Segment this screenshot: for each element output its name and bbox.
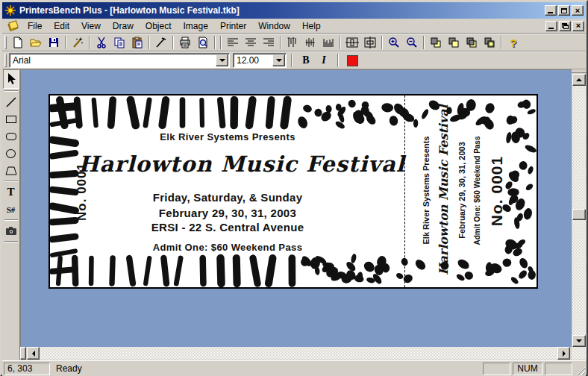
magic-wand-icon [72, 37, 84, 48]
align-right-button[interactable] [260, 34, 278, 51]
menu-draw[interactable]: Draw [107, 19, 140, 33]
menu-help[interactable]: Help [296, 19, 327, 33]
minimize-button[interactable] [545, 5, 557, 16]
app-window: PrintersBench Plus - [Harlowton Music Fe… [0, 0, 588, 376]
scroll-right-button[interactable] [557, 347, 570, 360]
pointer-tool-button[interactable] [152, 34, 170, 51]
rectangle-tool-button[interactable] [3, 110, 19, 128]
scroll-down-button[interactable] [572, 335, 586, 347]
stub-dates-text[interactable]: February 29, 30, 31, 2003 [457, 101, 466, 280]
scroll-up-button[interactable] [572, 74, 586, 86]
menu-edit[interactable]: Edit [48, 19, 75, 33]
stub-title-text[interactable]: Harlowton Music Festival [437, 101, 451, 280]
help-button[interactable]: ? [504, 34, 522, 51]
text-color-button[interactable] [343, 52, 361, 69]
save-button[interactable] [45, 34, 63, 51]
camera-icon [5, 226, 17, 236]
center-horizontal-button[interactable] [343, 34, 361, 51]
cut-button[interactable] [93, 34, 110, 51]
italic-button[interactable]: I [315, 52, 333, 69]
print-preview-button[interactable] [194, 34, 212, 51]
send-to-back-button[interactable] [445, 34, 463, 51]
text-tool-button[interactable]: T [3, 184, 19, 201]
image-tool-button[interactable] [3, 222, 19, 239]
new-button[interactable] [9, 34, 27, 51]
child-minimize-button[interactable] [545, 21, 557, 31]
font-size-dropdown-button[interactable] [272, 54, 285, 66]
font-name-dropdown-button[interactable] [216, 54, 228, 66]
align-center-button[interactable] [242, 34, 260, 51]
font-size-combobox[interactable]: 12.00 [233, 53, 287, 68]
toolbar-grip[interactable] [4, 54, 7, 67]
maximize-button[interactable] [558, 5, 570, 16]
italic-icon: I [322, 54, 325, 66]
polygon-tool-button[interactable] [3, 162, 19, 179]
valign-top-button[interactable] [284, 34, 301, 51]
close-button[interactable]: × [572, 5, 584, 16]
stub-presenter-text[interactable]: Elk River Systems Presents [422, 101, 431, 280]
ticket-days-text[interactable]: Friday, Saturday, & Sunday [78, 191, 377, 204]
open-button[interactable] [27, 34, 45, 51]
vertical-scrollbar[interactable] [572, 69, 587, 347]
barcode-button[interactable] [319, 34, 337, 51]
select-tool-button[interactable] [3, 69, 19, 89]
font-name-combobox[interactable]: Arial [9, 53, 230, 68]
cursor-coordinates: 6, 303 [4, 363, 50, 375]
center-vertical-button[interactable] [361, 34, 379, 51]
ticket-title-text[interactable]: Harlowton Music Festival [78, 151, 377, 177]
menu-view[interactable]: View [75, 19, 107, 33]
status-panel-scroll [545, 363, 572, 375]
horizontal-scroll-track[interactable] [40, 347, 557, 360]
line-tool-button[interactable] [3, 93, 19, 110]
chevron-down-icon [276, 59, 282, 62]
design-canvas[interactable]: No. 0001 Elk River Systems Presents Harl… [20, 69, 572, 347]
ticket-venue-text[interactable]: ERSI - 22 S. Central Avenue [78, 221, 377, 234]
menu-file[interactable]: File [22, 19, 48, 33]
center-vertical-icon [363, 37, 377, 48]
stub-admit-text[interactable]: Admit One: $60 Weekend Pass [473, 101, 481, 281]
child-close-button[interactable]: × [572, 21, 584, 31]
ticket-admit-text[interactable]: Admit One: $60 Weekend Pass [78, 242, 377, 253]
menu-window[interactable]: Window [252, 19, 296, 33]
ticket-design[interactable]: No. 0001 Elk River Systems Presents Harl… [49, 94, 538, 289]
title-bar[interactable]: PrintersBench Plus - [Harlowton Music Fe… [2, 2, 586, 19]
font-size-value: 12.00 [234, 55, 272, 66]
menu-object[interactable]: Object [140, 19, 178, 33]
horizontal-scroll-thumb[interactable] [20, 347, 26, 360]
printer-icon [179, 37, 191, 48]
bring-forward-icon [466, 37, 478, 48]
bring-to-front-button[interactable] [427, 34, 445, 51]
status-bar: 6, 303 Ready NUM [2, 360, 586, 376]
scroll-left-button[interactable] [27, 347, 40, 360]
zoom-in-icon [388, 37, 400, 48]
print-button[interactable] [176, 34, 194, 51]
bold-button[interactable]: B [297, 52, 315, 69]
menu-image[interactable]: Image [178, 19, 214, 33]
paste-clipboard-icon [131, 37, 143, 48]
menu-printer[interactable]: Printer [214, 19, 252, 33]
valign-middle-button[interactable] [301, 34, 319, 51]
resize-grip[interactable] [575, 366, 585, 375]
wizard-button[interactable] [69, 34, 87, 51]
zoom-out-button[interactable] [403, 34, 421, 51]
document-icon[interactable] [7, 20, 19, 32]
bring-forward-button[interactable] [463, 34, 481, 51]
send-backward-button[interactable] [481, 34, 498, 51]
horizontal-scrollbar[interactable] [20, 347, 572, 360]
align-left-button[interactable] [224, 34, 242, 51]
bring-to-front-icon [430, 37, 442, 48]
child-restore-button[interactable] [559, 21, 571, 31]
toolbar-grip[interactable] [4, 36, 7, 49]
paste-button[interactable] [128, 34, 146, 51]
zoom-in-button[interactable] [385, 34, 403, 51]
rounded-rectangle-tool-button[interactable] [3, 128, 19, 145]
stub-serial-number[interactable]: No. 0001 [488, 101, 506, 281]
vertical-scroll-thumb[interactable] [572, 209, 586, 220]
serial-number-tool-button[interactable]: S# [3, 201, 19, 218]
ticket-presenter-text[interactable]: Elk River Systems Presents [78, 131, 377, 142]
status-message: Ready [56, 363, 82, 374]
rounded-rectangle-icon [6, 133, 16, 140]
ticket-dates-text[interactable]: February 29, 30, 31, 2003 [78, 207, 377, 219]
ellipse-tool-button[interactable] [3, 145, 19, 162]
copy-button[interactable] [110, 34, 128, 51]
